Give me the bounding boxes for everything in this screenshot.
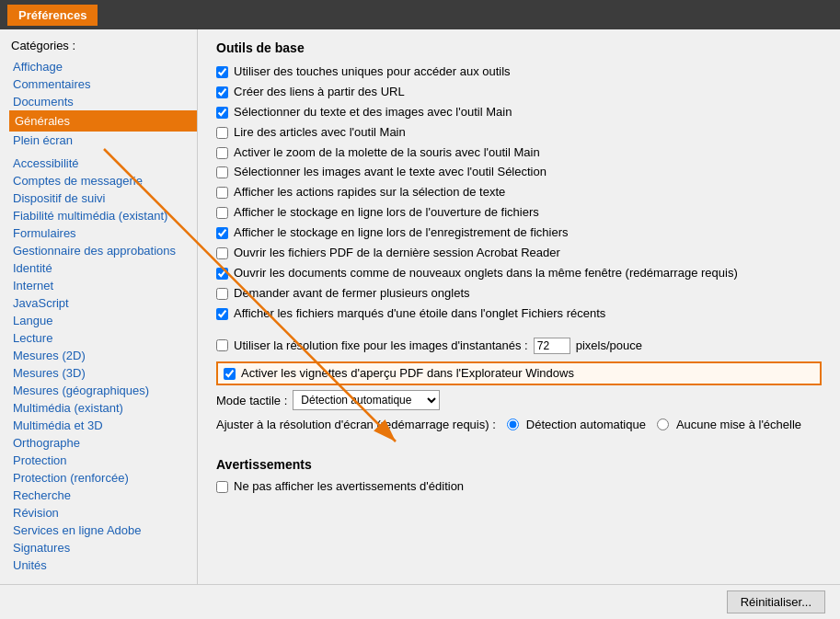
avertissements-label: Ne pas afficher les avertissements d'édi… [234, 479, 464, 495]
checkbox-row-10: Ouvrir les documents comme de nouveaux o… [216, 266, 822, 281]
category-item-revision[interactable]: Révision [9, 504, 197, 522]
checkbox-label-cb3: Sélectionner du texte et des images avec… [234, 105, 512, 120]
mode-tactile-select[interactable]: Détection automatique Activé Désactivé [293, 390, 440, 410]
category-item-generales[interactable]: Générales [9, 110, 197, 132]
checkbox-cb12[interactable] [216, 288, 228, 300]
category-item-mesures-3d[interactable]: Mesures (3D) [9, 364, 197, 382]
radio-auto[interactable] [507, 418, 519, 430]
bottom-bar: Réinitialiser... [0, 584, 840, 619]
checkbox-label-cb9: Afficher le stockage en ligne lors de l'… [234, 225, 569, 241]
category-item-langue[interactable]: Langue [9, 312, 197, 329]
category-item-protection[interactable]: Protection [9, 452, 197, 469]
avertissements-checkbox[interactable] [216, 481, 228, 493]
checkbox-cb13[interactable] [216, 308, 228, 320]
category-item-mesures-2d[interactable]: Mesures (2D) [9, 347, 197, 364]
avertissements-cb-row: Ne pas afficher les avertissements d'édi… [216, 479, 822, 495]
checkbox-cb3[interactable] [216, 107, 228, 119]
category-item-unites[interactable]: Unités [9, 556, 197, 574]
checkbox-label-cb7: Afficher les actions rapides sur la séle… [234, 185, 505, 201]
category-item-signatures[interactable]: Signatures [9, 539, 197, 556]
checkbox-label-cb10: Ouvrir les fichiers PDF de la dernière s… [234, 246, 560, 261]
checkbox-cb4[interactable] [216, 127, 228, 139]
mode-tactile-row: Mode tactile : Détection automatique Act… [216, 390, 822, 410]
checkbox-label-cb8: Afficher le stockage en ligne lors de l'… [234, 205, 539, 221]
categories-label: Catégories : [9, 39, 197, 52]
ajuster-resolution-row: Ajuster à la résolution d'écran (redémar… [216, 418, 822, 431]
category-item-lecture[interactable]: Lecture [9, 329, 197, 347]
checkbox-row-8: Afficher le stockage en ligne lors de l'… [216, 225, 822, 241]
checkbox-cb9[interactable] [216, 227, 228, 239]
checkbox-row-11: Demander avant de fermer plusieurs ongle… [216, 286, 822, 302]
outils-de-base-title: Outils de base [216, 40, 822, 55]
checkbox-row-7: Afficher le stockage en ligne lors de l'… [216, 205, 822, 221]
category-item-accessibilite[interactable]: Accessibilité [9, 155, 197, 172]
category-item-multimedia-3d[interactable]: Multimédia et 3D [9, 417, 197, 434]
category-item-recherche[interactable]: Recherche [9, 487, 197, 504]
radio-auto-group: Détection automatique [507, 418, 646, 431]
vignettes-row: Activer les vignettes d'aperçu PDF dans … [216, 361, 822, 386]
category-item-javascript[interactable]: JavaScript [9, 294, 197, 312]
checkboxes-list: Utiliser des touches uniques pour accéde… [216, 64, 822, 322]
category-item-identite[interactable]: Identité [9, 259, 197, 277]
resolution-unit: pixels/pouce [576, 338, 642, 352]
radio-none-label: Aucune mise à l'échelle [676, 418, 801, 431]
category-item-plein-ecran[interactable]: Plein écran [9, 132, 197, 149]
checkbox-label-cb6: Sélectionner les images avant le texte a… [234, 165, 547, 180]
categories-list: AffichageCommentairesDocumentsGénéralesP… [9, 58, 197, 574]
checkbox-row-0: Utiliser des touches uniques pour accéde… [216, 64, 822, 80]
checkbox-row-5: Sélectionner les images avant le texte a… [216, 165, 822, 180]
checkbox-row-9: Ouvrir les fichiers PDF de la dernière s… [216, 246, 822, 261]
checkbox-row-1: Créer des liens à partir des URL [216, 85, 822, 100]
checkbox-label-cb1: Utiliser des touches uniques pour accéde… [234, 64, 511, 80]
checkbox-label-cb4: Lire des articles avec l'outil Main [234, 125, 406, 141]
checkbox-cb6[interactable] [216, 166, 228, 178]
radio-none[interactable] [657, 418, 669, 430]
content-panel: Outils de base Utiliser des touches uniq… [198, 29, 840, 584]
radio-auto-label: Détection automatique [526, 418, 646, 431]
checkbox-label-cb2: Créer des liens à partir des URL [234, 85, 405, 100]
category-item-services-adobe[interactable]: Services en ligne Adobe [9, 522, 197, 539]
checkbox-label-cb13: Afficher les fichiers marqués d'une étoi… [234, 306, 605, 322]
vignettes-checkbox[interactable] [224, 368, 236, 380]
resolution-label: Utiliser la résolution fixe pour les ima… [234, 338, 528, 352]
avertissements-title: Avertissements [216, 457, 822, 472]
category-item-comptes-messagerie[interactable]: Comptes de messagerie [9, 172, 197, 189]
checkbox-row-12: Afficher les fichiers marqués d'une étoi… [216, 306, 822, 322]
checkbox-row-6: Afficher les actions rapides sur la séle… [216, 185, 822, 201]
checkbox-row-3: Lire des articles avec l'outil Main [216, 125, 822, 141]
category-item-protection-renforcee[interactable]: Protection (renforcée) [9, 469, 197, 487]
resolution-checkbox[interactable] [216, 339, 228, 351]
category-item-dispositif-suivi[interactable]: Dispositif de suivi [9, 189, 197, 207]
category-item-multimedia-existant[interactable]: Multimédia (existant) [9, 399, 197, 417]
ajuster-resolution-label: Ajuster à la résolution d'écran (redémar… [216, 418, 496, 431]
category-item-formulaires[interactable]: Formulaires [9, 224, 197, 242]
checkbox-cb1[interactable] [216, 66, 228, 78]
checkbox-cb5[interactable] [216, 147, 228, 159]
checkbox-cb11[interactable] [216, 268, 228, 280]
checkbox-row-4: Activer le zoom de la molette de la sour… [216, 145, 822, 161]
checkbox-cb8[interactable] [216, 207, 228, 219]
category-item-internet[interactable]: Internet [9, 277, 197, 294]
checkbox-row-2: Sélectionner du texte et des images avec… [216, 105, 822, 120]
preferences-title-button[interactable]: Préférences [7, 5, 98, 26]
category-item-commentaires[interactable]: Commentaires [9, 75, 197, 93]
checkbox-cb7[interactable] [216, 187, 228, 199]
reinitialiser-button[interactable]: Réinitialiser... [727, 590, 825, 613]
category-item-documents[interactable]: Documents [9, 93, 197, 110]
checkbox-cb10[interactable] [216, 247, 228, 259]
resolution-row: Utiliser la résolution fixe pour les ima… [216, 338, 822, 354]
vignettes-label: Activer les vignettes d'aperçu PDF dans … [241, 366, 574, 382]
category-item-fiabilite-multimedia[interactable]: Fiabilité multimédia (existant) [9, 207, 197, 224]
checkbox-label-cb12: Demander avant de fermer plusieurs ongle… [234, 286, 470, 302]
checkbox-label-cb5: Activer le zoom de la molette de la sour… [234, 145, 540, 161]
category-item-gestionnaire-approbations[interactable]: Gestionnaire des approbations [9, 242, 197, 259]
checkbox-cb2[interactable] [216, 86, 228, 98]
category-item-mesures-geo[interactable]: Mesures (géographiques) [9, 382, 197, 399]
categories-panel: Catégories : AffichageCommentairesDocume… [0, 29, 198, 584]
category-item-affichage[interactable]: Affichage [9, 58, 197, 75]
mode-tactile-label: Mode tactile : [216, 394, 287, 407]
radio-none-group: Aucune mise à l'échelle [657, 418, 801, 431]
category-item-orthographe[interactable]: Orthographe [9, 434, 197, 452]
resolution-spinbox[interactable] [534, 338, 570, 354]
checkbox-label-cb11: Ouvrir les documents comme de nouveaux o… [234, 266, 738, 281]
